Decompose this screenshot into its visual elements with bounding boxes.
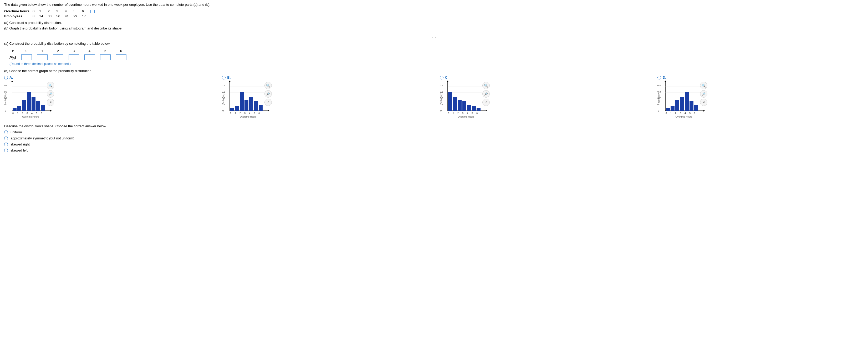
divider-dots: · · · (4, 36, 864, 39)
col-1-hours: 1 (39, 9, 48, 14)
col-6-hours: 6 (82, 9, 90, 14)
svg-marker-89 (704, 110, 705, 112)
expand-icon-b[interactable]: ↗ (265, 98, 272, 106)
px-input-3[interactable] (69, 54, 79, 60)
svg-text:2: 2 (457, 112, 459, 114)
shape-radio-skewed-left[interactable] (4, 149, 8, 152)
px-input-6[interactable] (116, 54, 126, 60)
svg-text:4: 4 (31, 112, 33, 114)
svg-text:0: 0 (5, 109, 6, 112)
svg-text:1: 1 (670, 112, 672, 114)
graph-d-label: D. (657, 76, 666, 80)
data-table: Overtime hours 0 1 2 3 4 5 6 Employees 8… (4, 9, 864, 19)
svg-text:0: 0 (658, 109, 659, 112)
graph-a-letter: A. (9, 76, 13, 80)
col-0-hours: 0 (33, 9, 39, 14)
zoom-in-icon-b[interactable]: 🔍 (265, 82, 272, 89)
shape-radio-approx-sym[interactable] (4, 137, 8, 140)
col-2-hours: 2 (48, 9, 56, 14)
col-4-hours: 4 (65, 9, 73, 14)
shape-option-uniform: uniform (4, 130, 864, 134)
svg-text:3: 3 (680, 112, 681, 114)
zoom-in-icon-c[interactable]: 🔍 (483, 82, 490, 89)
px-input-0[interactable] (21, 54, 32, 60)
svg-rect-21 (17, 106, 21, 111)
expand-icon-c[interactable]: ↗ (483, 98, 490, 106)
divider-line (4, 33, 864, 33)
x-val-3: 3 (69, 48, 84, 54)
svg-text:Overtime Hours: Overtime Hours (458, 115, 474, 118)
graph-a-radio[interactable] (4, 76, 8, 80)
col-3-hours: 3 (56, 9, 65, 14)
graph-b-radio[interactable] (222, 76, 225, 80)
svg-text:0.3: 0.3 (440, 90, 443, 93)
shape-label-approx-sym: approximately symmetric (but not uniform… (10, 136, 74, 140)
zoom-in-icon-d[interactable]: 🔍 (700, 82, 707, 89)
x-val-2: 2 (53, 48, 69, 54)
svg-rect-111 (685, 92, 689, 111)
svg-rect-78 (448, 92, 452, 111)
shape-radio-skewed-right[interactable] (4, 143, 8, 146)
svg-text:3: 3 (244, 112, 246, 114)
row1-label: Overtime hours (4, 9, 33, 14)
svg-rect-81 (462, 101, 466, 111)
graph-b-zoom-icons: 🔍 🔎 ↗ (265, 82, 272, 106)
px-input-4[interactable] (84, 54, 95, 60)
svg-text:0.3: 0.3 (4, 90, 8, 93)
graph-a-label: A. (4, 76, 13, 80)
col-6-emp: 17 (82, 14, 90, 19)
px-input-2[interactable] (53, 54, 63, 60)
svg-rect-83 (472, 106, 476, 111)
svg-rect-54 (254, 101, 258, 111)
svg-text:0.3: 0.3 (222, 90, 225, 93)
shape-label-skewed-left: skewed left (10, 148, 28, 152)
x-val-1: 1 (37, 48, 53, 54)
svg-rect-112 (689, 101, 693, 111)
px-input-5[interactable] (100, 54, 111, 60)
graph-c-radio[interactable] (440, 76, 443, 80)
instruction-b: (b) Graph the probability distribution u… (4, 26, 864, 30)
graph-choice-d: D. 0 0.1 0.2 0.3 0.4 0 (657, 76, 864, 119)
section-b-title: (b) Choose the correct graph of the prob… (4, 69, 864, 73)
px-input-1[interactable] (37, 54, 48, 60)
svg-text:1: 1 (235, 112, 236, 114)
svg-text:6: 6 (41, 112, 42, 114)
zoom-out-icon-b[interactable]: 🔎 (265, 90, 272, 97)
svg-text:6: 6 (694, 112, 695, 114)
shape-option-approx-sym: approximately symmetric (but not uniform… (4, 136, 864, 140)
svg-text:Overtime Hours: Overtime Hours (240, 115, 257, 118)
shape-radio-uniform[interactable] (4, 131, 8, 134)
graph-d-zoom-icons: 🔍 🔎 ↗ (700, 82, 707, 106)
svg-text:Overtime Hours: Overtime Hours (676, 115, 692, 118)
col-2-emp: 33 (48, 14, 56, 19)
section-a-title: (a) Construct the probability distributi… (4, 41, 864, 46)
zoom-out-icon-c[interactable]: 🔎 (483, 90, 490, 97)
svg-text:0.4: 0.4 (440, 84, 443, 87)
svg-rect-80 (458, 100, 462, 111)
col-1-emp: 14 (39, 14, 48, 19)
svg-rect-24 (32, 97, 35, 111)
svg-text:5: 5 (689, 112, 690, 114)
col-3-emp: 56 (56, 14, 65, 19)
svg-text:2: 2 (22, 112, 23, 114)
svg-rect-23 (27, 92, 31, 111)
round-note: (Round to three decimal places as needed… (9, 62, 864, 66)
svg-text:0: 0 (440, 109, 442, 112)
svg-rect-49 (230, 108, 234, 111)
table-expand-icon[interactable] (90, 10, 95, 13)
svg-rect-50 (235, 106, 239, 111)
svg-marker-32 (229, 81, 230, 82)
expand-icon-a[interactable]: ↗ (47, 98, 54, 106)
svg-rect-84 (476, 108, 480, 111)
graph-d-radio[interactable] (657, 76, 661, 80)
zoom-out-icon-d[interactable]: 🔎 (700, 90, 707, 97)
zoom-out-icon-a[interactable]: 🔎 (47, 90, 54, 97)
shape-label-skewed-right: skewed right (10, 142, 30, 146)
graph-b-label: B. (222, 76, 230, 80)
zoom-in-icon-a[interactable]: 🔍 (47, 82, 54, 89)
svg-text:5: 5 (472, 112, 473, 114)
instruction-a: (a) Construct a probability distribution… (4, 21, 864, 25)
expand-icon-d[interactable]: ↗ (700, 98, 707, 106)
svg-text:2: 2 (240, 112, 241, 114)
row2-label: Employees (4, 14, 33, 19)
